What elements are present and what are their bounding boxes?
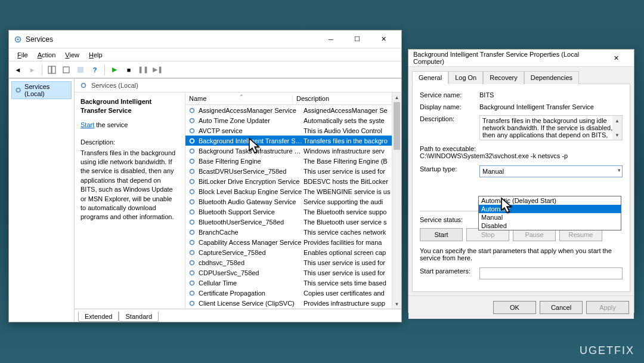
start-service-button[interactable]: ▶ xyxy=(108,63,121,76)
tab-standard[interactable]: Standard xyxy=(119,312,159,322)
column-description[interactable]: Description xyxy=(293,93,401,104)
back-button[interactable]: ◄ xyxy=(11,63,24,76)
dialog-titlebar[interactable]: Background Intelligent Transfer Service … xyxy=(408,50,634,67)
gear-icon xyxy=(188,269,196,277)
description-scrollbar[interactable]: ▲▼ xyxy=(612,116,622,140)
service-row[interactable]: Auto Time Zone UpdaterAutomatically sets… xyxy=(185,115,401,125)
tab-logon[interactable]: Log On xyxy=(448,71,483,84)
description-panel: Background Intelligent Transfer Service … xyxy=(75,93,185,309)
service-row[interactable]: Capability Access Manager ServiceProvide… xyxy=(185,237,401,247)
selected-service-name: Background Intelligent Transfer Service xyxy=(80,97,179,116)
service-row[interactable]: Bluetooth Audio Gateway ServiceService s… xyxy=(185,196,401,207)
svg-point-13 xyxy=(190,159,194,163)
pause-service-button[interactable]: ❚❚ xyxy=(137,63,150,76)
dropdown-option[interactable]: Disabled xyxy=(479,222,621,230)
startup-type-select[interactable]: Manual ▾ xyxy=(479,165,623,177)
startup-type-dropdown[interactable]: Automatic (Delayed Start)AutomaticManual… xyxy=(478,196,621,230)
restart-service-button[interactable]: ▶❚ xyxy=(151,63,164,76)
ok-button[interactable]: OK xyxy=(493,301,536,314)
tab-general[interactable]: General xyxy=(412,71,448,84)
service-description: Transfers files in the backgro xyxy=(304,137,401,144)
service-row[interactable]: Base Filtering EngineThe Base Filtering … xyxy=(185,156,401,166)
cancel-button[interactable]: Cancel xyxy=(540,301,583,314)
service-row[interactable]: BluetoothUserService_758edThe Bluetooth … xyxy=(185,217,401,227)
service-description: The Bluetooth user service s xyxy=(304,219,401,226)
scroll-down-button[interactable]: ▼ xyxy=(392,299,401,309)
service-row[interactable]: cbdhsvc_758edThis user service is used f… xyxy=(185,257,401,267)
service-name: Auto Time Zone Updater xyxy=(199,117,304,124)
svg-point-23 xyxy=(190,260,194,264)
label-service-status: Service status: xyxy=(420,216,479,223)
refresh-button[interactable] xyxy=(74,63,87,76)
service-description: AssignedAccessManager Se xyxy=(304,107,401,114)
service-row[interactable]: CDPUserSvc_758edThis user service is use… xyxy=(185,267,401,278)
show-hide-button[interactable] xyxy=(45,63,58,76)
gear-icon xyxy=(188,187,196,196)
service-row[interactable]: AVCTP serviceThis is Audio Video Control xyxy=(185,125,401,136)
chevron-down-icon: ▾ xyxy=(618,167,621,173)
service-name: Bluetooth Audio Gateway Service xyxy=(199,198,304,205)
help-button[interactable]: ? xyxy=(88,63,101,76)
start-params-input[interactable] xyxy=(479,267,623,279)
dropdown-option[interactable]: Automatic (Delayed Start) xyxy=(479,196,621,205)
service-row[interactable]: BitLocker Drive Encryption ServiceBDESVC… xyxy=(185,176,401,186)
description-text: Transfers files in the background using … xyxy=(80,149,179,222)
service-row[interactable]: AssignedAccessManager ServiceAssignedAcc… xyxy=(185,105,401,115)
service-row[interactable]: Background Intelligent Transfer ServiceT… xyxy=(185,136,401,146)
service-row[interactable]: Bluetooth Support ServiceThe Bluetooth s… xyxy=(185,207,401,217)
menu-file[interactable]: File xyxy=(13,50,33,60)
stop-service-button[interactable]: ■ xyxy=(122,63,135,76)
tab-recovery[interactable]: Recovery xyxy=(483,71,524,84)
service-row[interactable]: Cellular TimeThis service sets time base… xyxy=(185,278,401,288)
tab-dependencies[interactable]: Dependencies xyxy=(524,71,579,84)
menu-view[interactable]: View xyxy=(60,50,84,60)
service-description: This is Audio Video Control xyxy=(304,127,401,134)
dropdown-option[interactable]: Automatic xyxy=(479,205,621,213)
scroll-up-button[interactable]: ▲ xyxy=(392,93,401,102)
services-list: Name Description ⌃ AssignedAccessManager… xyxy=(185,93,401,309)
start-link[interactable]: Start xyxy=(80,121,94,128)
tree-node-label: Services (Local) xyxy=(24,83,69,97)
service-name: cbdhsvc_758ed xyxy=(199,259,304,266)
service-description: This user service is used for xyxy=(304,168,401,175)
service-description: Automatically sets the syste xyxy=(304,117,401,124)
service-row[interactable]: CaptureService_758edEnables optional scr… xyxy=(185,247,401,257)
service-row[interactable]: Block Level Backup Engine ServiceThe WBE… xyxy=(185,186,401,196)
services-icon xyxy=(14,35,22,44)
minimize-button[interactable]: ─ xyxy=(318,31,344,48)
menubar: File Action View Help xyxy=(9,48,401,61)
value-display-name: Background Intelligent Transfer Service xyxy=(479,103,623,110)
svg-point-14 xyxy=(190,169,194,173)
dialog-close-button[interactable]: ✕ xyxy=(603,50,629,66)
export-button[interactable] xyxy=(60,63,73,76)
titlebar[interactable]: Services ─ ☐ ✕ xyxy=(9,30,401,48)
service-name: AssignedAccessManager Service xyxy=(199,107,304,114)
tab-extended[interactable]: Extended xyxy=(78,312,119,322)
service-name: Bluetooth Support Service xyxy=(199,208,304,216)
dropdown-option[interactable]: Manual xyxy=(479,213,621,222)
tree-node-services-local[interactable]: Services (Local) xyxy=(11,81,72,99)
close-button[interactable]: ✕ xyxy=(370,31,397,48)
menu-help[interactable]: Help xyxy=(84,50,107,60)
scroll-thumb[interactable] xyxy=(394,102,400,150)
description-box[interactable]: Transfers files in the background using … xyxy=(479,115,623,140)
service-row[interactable]: Certificate PropagationCopies user certi… xyxy=(185,288,401,298)
svg-point-24 xyxy=(190,270,194,275)
service-description: This user service is used for xyxy=(304,259,401,266)
forward-button[interactable]: ► xyxy=(26,63,39,76)
service-row[interactable]: Client License Service (ClipSVC)Provides… xyxy=(185,298,401,308)
maximize-button[interactable]: ☐ xyxy=(344,31,370,48)
service-description: The WBENGINE service is us xyxy=(304,188,401,195)
menu-action[interactable]: Action xyxy=(33,50,61,60)
start-button[interactable]: Start xyxy=(420,228,463,241)
service-row[interactable]: Background Tasks Infrastructure ServiceW… xyxy=(185,146,401,156)
vertical-scrollbar[interactable]: ▲ ▼ xyxy=(392,93,401,309)
service-row[interactable]: BranchCacheThis service caches network xyxy=(185,227,401,237)
gear-icon xyxy=(188,208,196,216)
svg-point-26 xyxy=(190,291,194,295)
service-description: The Base Filtering Engine (B xyxy=(304,158,401,165)
svg-point-22 xyxy=(190,250,194,254)
gear-icon xyxy=(188,116,196,125)
service-row[interactable]: BcastDVRUserService_758edThis user servi… xyxy=(185,166,401,176)
gear-icon xyxy=(188,299,196,307)
